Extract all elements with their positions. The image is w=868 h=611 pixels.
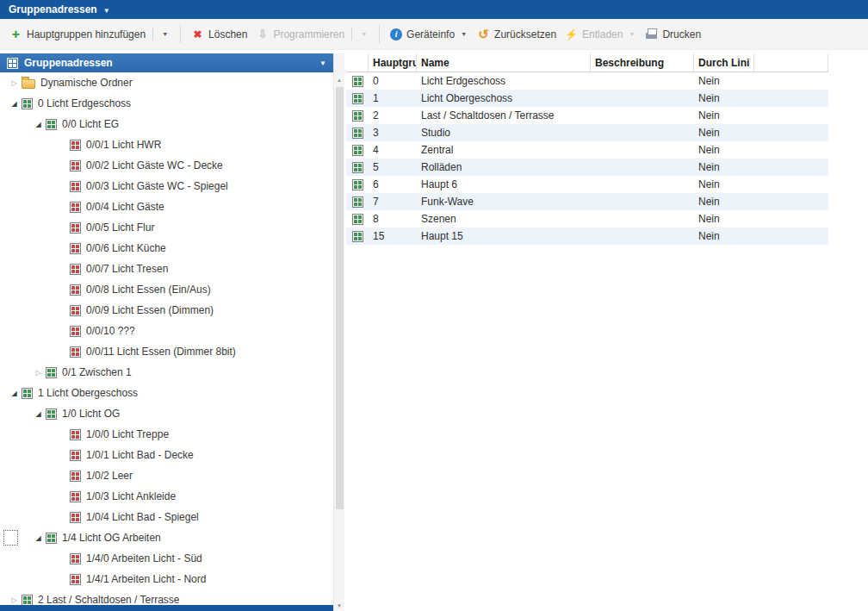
- tree-panel-header[interactable]: Gruppenadressen ▼: [0, 53, 333, 72]
- tree-item-label: 0/0/7 Licht Tresen: [86, 263, 168, 275]
- expand-icon[interactable]: ▷: [7, 79, 22, 87]
- collapse-icon[interactable]: ◢: [7, 390, 22, 397]
- group-icon: [46, 408, 57, 420]
- column-header-icon[interactable]: [346, 53, 369, 72]
- group-address-icon: [352, 179, 363, 190]
- reset-button[interactable]: ↺Zurücksetzen: [473, 24, 561, 44]
- tree-item[interactable]: 0/0/6 Licht Küche: [0, 238, 333, 259]
- tree-item[interactable]: 0/0/2 Licht Gäste WC - Decke: [0, 155, 333, 176]
- row-icon-cell: [346, 210, 369, 228]
- tree-item[interactable]: 1/0/2 Leer: [0, 465, 333, 486]
- collapse-icon[interactable]: ◢: [7, 100, 22, 108]
- table-row[interactable]: 2Last / Schaltdosen / TerrasseNein: [346, 107, 828, 124]
- column-header-main_group[interactable]: Hauptgru: [369, 53, 417, 72]
- row-icon-cell: [346, 107, 369, 124]
- table-row[interactable]: 3StudioNein: [346, 124, 828, 141]
- tree-item[interactable]: 0/0/10 ???: [0, 321, 333, 341]
- device-info-button[interactable]: iGeräteinfo▼: [386, 25, 473, 44]
- tree-item[interactable]: ▷2 Last / Schaltdosen / Terrasse: [0, 589, 333, 605]
- table-row[interactable]: 4ZentralNein: [346, 141, 828, 159]
- cell-main-group: 15: [369, 228, 417, 245]
- scroll-down-icon[interactable]: ▼: [334, 600, 344, 611]
- cell-main-group: 0: [369, 72, 417, 90]
- cell-description: [591, 228, 694, 245]
- cell-main-group: 5: [369, 159, 417, 176]
- table-row[interactable]: 5RollädenNein: [346, 159, 828, 176]
- cell-name: Szenen: [417, 210, 591, 228]
- tree-vertical-scrollbar[interactable]: ▲ ▼: [333, 53, 344, 611]
- group-address-icon: [352, 231, 363, 242]
- expand-icon[interactable]: ▷: [7, 596, 22, 604]
- tree-item[interactable]: 0/0/11 Licht Essen (Dimmer 8bit): [0, 341, 333, 362]
- content-area: Gruppenadressen ▼ ▷Dynamische Ordner◢0 L…: [0, 50, 868, 611]
- print-button[interactable]: Drucken: [641, 24, 705, 44]
- cell-name: Funk-Wave: [417, 193, 591, 210]
- table-row[interactable]: 0Licht ErdgeschossNein: [346, 72, 828, 90]
- cell-main-group: 1: [369, 90, 417, 107]
- group-address-icon: [70, 160, 81, 171]
- group-icon: [46, 119, 57, 130]
- tree-item[interactable]: 1/0/1 Licht Bad - Decke: [0, 445, 333, 465]
- column-header-description[interactable]: Beschreibung: [591, 53, 694, 72]
- tree-item-label: 1/0/0 Licht Treppe: [86, 428, 169, 440]
- cell-filler: [754, 210, 828, 228]
- delete-button[interactable]: ✖Löschen: [187, 24, 251, 44]
- table-row[interactable]: 1Licht ObergeschossNein: [346, 90, 828, 107]
- group-address-icon: [352, 128, 363, 139]
- table-row[interactable]: 8SzenenNein: [346, 210, 828, 228]
- cell-pass-through: Nein: [694, 193, 754, 210]
- column-header-pass_through_line[interactable]: Durch Lini: [694, 53, 754, 72]
- table-row[interactable]: 6Haupt 6Nein: [346, 176, 828, 193]
- tree-item-label: 0/0/10 ???: [86, 325, 135, 337]
- folder-icon: [22, 79, 35, 89]
- group-address-icon: [70, 222, 81, 234]
- tree-item[interactable]: ◢1/0 Licht OG: [0, 403, 333, 424]
- tree-item[interactable]: 1/4/0 Arbeiten Licht - Süd: [0, 548, 333, 569]
- chevron-down-icon[interactable]: ▼: [160, 31, 170, 37]
- tree-item[interactable]: ◢0 Licht Erdgeschoss: [0, 93, 333, 114]
- cell-filler: [754, 193, 828, 210]
- cell-filler: [754, 176, 828, 193]
- table-row[interactable]: 15Haupt 15Nein: [346, 228, 828, 245]
- chevron-down-icon[interactable]: ▼: [459, 31, 468, 37]
- group-address-icon: [352, 93, 363, 104]
- chevron-down-icon[interactable]: ▼: [319, 59, 326, 67]
- tree-item[interactable]: 0/0/3 Licht Gäste WC - Spiegel: [0, 176, 333, 196]
- tree-item[interactable]: 1/0/0 Licht Treppe: [0, 424, 333, 445]
- tree-item[interactable]: ◢0/0 Licht EG: [0, 114, 333, 134]
- tree-item[interactable]: ▷Dynamische Ordner: [0, 72, 333, 93]
- cell-name: Rolläden: [417, 159, 591, 176]
- table-row[interactable]: 7Funk-WaveNein: [346, 193, 828, 210]
- collapse-icon[interactable]: ◢: [31, 410, 46, 418]
- group-icon: [22, 98, 33, 109]
- cell-main-group: 8: [369, 210, 417, 228]
- expand-icon[interactable]: ▷: [31, 369, 46, 377]
- tree-item[interactable]: 1/0/4 Licht Bad - Spiegel: [0, 507, 333, 527]
- tree-item[interactable]: 1/4/1 Arbeiten Licht - Nord: [0, 569, 333, 589]
- column-header-name[interactable]: Name: [417, 53, 591, 72]
- scrollbar-thumb[interactable]: [336, 87, 344, 509]
- table-header-row: HauptgruNameBeschreibungDurch Lini: [346, 53, 828, 72]
- tree-item[interactable]: 0/0/9 Licht Essen (Dimmen): [0, 300, 333, 321]
- scroll-up-icon[interactable]: ▲: [334, 74, 344, 85]
- tree-item[interactable]: 0/0/8 Licht Essen (Ein/Aus): [0, 279, 333, 300]
- tree-item[interactable]: 1/0/3 Licht Ankleide: [0, 486, 333, 507]
- collapse-icon[interactable]: ◢: [31, 121, 46, 128]
- tree-item[interactable]: ▷0/1 Zwischen 1: [0, 362, 333, 383]
- collapse-icon[interactable]: ◢: [31, 534, 46, 542]
- tree-item[interactable]: 0/0/7 Licht Tresen: [0, 259, 333, 279]
- tree-item[interactable]: ◢1 Licht Obergeschoss: [0, 383, 333, 403]
- split-divider: [351, 28, 352, 41]
- cell-filler: [754, 72, 828, 90]
- group-addresses-icon: [7, 58, 18, 69]
- panel-title-bar[interactable]: Gruppenadressen ▼: [0, 0, 868, 19]
- tree-item[interactable]: 0/0/5 Licht Flur: [0, 217, 333, 238]
- cell-description: [591, 176, 694, 193]
- tree-item[interactable]: 0/0/1 Licht HWR: [0, 134, 333, 155]
- tree-item[interactable]: 0/0/4 Licht Gäste: [0, 196, 333, 217]
- tree-item[interactable]: ◢1/4 Licht OG Arbeiten: [0, 527, 333, 548]
- group-address-icon: [352, 214, 363, 225]
- tree-item-label: 0/0/9 Licht Essen (Dimmen): [86, 304, 214, 316]
- toolbar-separator: [180, 25, 181, 43]
- add-main-groups-button[interactable]: +Hauptgruppen hinzufügen▼: [5, 24, 174, 44]
